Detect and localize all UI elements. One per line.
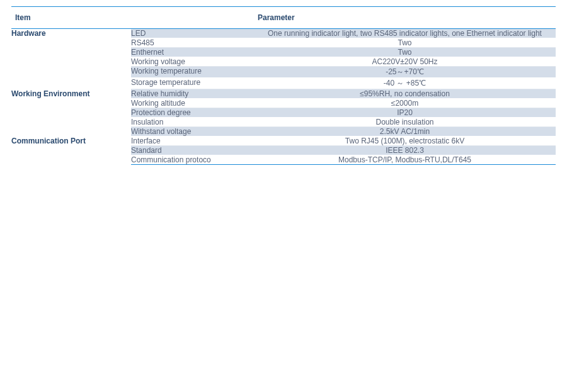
group-name: Working Environment [11, 89, 131, 137]
spec-body: HardwareLEDOne running indicator light, … [11, 29, 556, 165]
row-value: IEEE 802.3 [254, 146, 556, 155]
row-label: Working altitude [131, 99, 254, 108]
table-row: Communication PortInterfaceTwo RJ45 (100… [11, 137, 556, 146]
group-name: Hardware [11, 29, 131, 89]
row-label: RS485 [131, 38, 254, 48]
row-value: ≤95%RH, no condensation [254, 89, 556, 99]
row-label: Protection degree [131, 108, 254, 118]
row-label: Insulation [131, 118, 254, 127]
header-item: Item [11, 7, 131, 29]
spec-table: Item Parameter HardwareLEDOne running in… [11, 6, 556, 165]
group-name: Communication Port [11, 137, 131, 165]
row-label: Interface [131, 137, 254, 146]
row-label: Storage temperature [131, 78, 254, 89]
row-label: Enthernet [131, 48, 254, 57]
row-value: Double insulation [254, 118, 556, 127]
row-value: Two [254, 48, 556, 57]
row-label: Relative humidity [131, 89, 254, 99]
row-value: -40 ～ +85℃ [254, 78, 556, 89]
row-value: Modbus-TCP/IP, Modbus-RTU,DL/T645 [254, 155, 556, 165]
row-label: LED [131, 29, 254, 38]
row-value: -25～+70℃ [254, 67, 556, 78]
header-parameter: Parameter [254, 7, 556, 29]
row-value: Two [254, 38, 556, 48]
row-value: Two RJ45 (100M), electrostatic 6kV [254, 137, 556, 146]
row-value: AC220V±20V 50Hz [254, 57, 556, 67]
table-row: HardwareLEDOne running indicator light, … [11, 29, 556, 38]
row-value: One running indicator light, two RS485 i… [254, 29, 556, 38]
row-label: Communication protoco [131, 155, 254, 165]
row-value: ≤2000m [254, 99, 556, 108]
header-label-spacer [131, 7, 254, 29]
row-label: Working voltage [131, 57, 254, 67]
row-label: Standard [131, 146, 254, 155]
row-value: 2.5kV AC/1min [254, 127, 556, 137]
row-label: Withstand voltage [131, 127, 254, 137]
table-row: Working EnvironmentRelative humidity≤95%… [11, 89, 556, 99]
row-label: Working temperature [131, 67, 254, 78]
header-row: Item Parameter [11, 7, 556, 29]
row-value: IP20 [254, 108, 556, 118]
